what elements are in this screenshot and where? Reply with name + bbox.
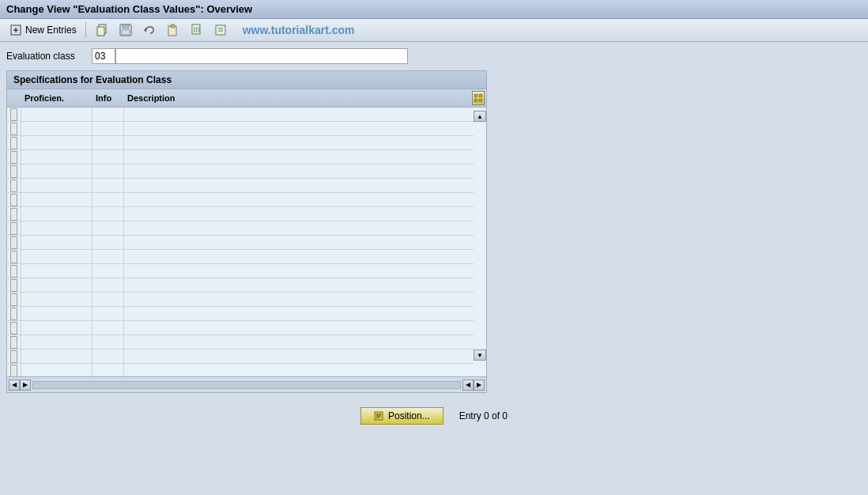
info-cell: [92, 278, 124, 292]
info-cell: [92, 364, 124, 376]
description-cell: [124, 221, 474, 235]
proficiency-cell: [21, 108, 92, 121]
hscroll-end-left-button[interactable]: ◀: [462, 380, 474, 391]
evaluation-class-input-group: [92, 48, 408, 64]
table-row[interactable]: [7, 350, 474, 364]
evaluation-class-description-input[interactable]: [115, 48, 408, 64]
description-cell: [124, 335, 474, 349]
copy-button[interactable]: [92, 22, 111, 38]
table-row[interactable]: [7, 335, 474, 350]
row-selector[interactable]: [10, 137, 17, 149]
row-selector[interactable]: [10, 251, 17, 263]
row-selector[interactable]: [10, 365, 17, 377]
table-row[interactable]: [7, 221, 474, 236]
info-cell: [92, 307, 124, 320]
description-cell: [124, 193, 474, 206]
watermark: www.tutorialkart.com: [243, 24, 355, 36]
proficiency-cell: [21, 193, 92, 206]
row-selector[interactable]: [10, 123, 17, 135]
table-row[interactable]: [7, 207, 474, 221]
proficiency-cell: [21, 150, 92, 164]
row-selector-cell: [7, 179, 21, 192]
svg-rect-4: [97, 27, 104, 36]
svg-rect-10: [171, 25, 175, 28]
info-cell: [92, 193, 124, 206]
table-row[interactable]: [7, 321, 474, 335]
row-selector-cell: [7, 221, 21, 235]
table-row[interactable]: [7, 150, 474, 164]
table-row[interactable]: [7, 278, 474, 293]
row-selector-cell: [7, 278, 21, 292]
proficiency-cell: [21, 221, 92, 235]
undo-icon: [142, 23, 157, 37]
row-selector[interactable]: [10, 279, 17, 292]
row-selector-cell: [7, 307, 21, 320]
table-row[interactable]: [7, 293, 474, 307]
row-selector[interactable]: [10, 350, 17, 363]
proficiency-cell: [21, 207, 92, 221]
paste-icon: [166, 23, 180, 37]
delete-button[interactable]: [187, 22, 206, 38]
description-cell: [124, 250, 474, 263]
extra-icon: [213, 23, 228, 37]
description-cell: [124, 236, 474, 249]
paste-button[interactable]: [164, 22, 183, 38]
row-selector[interactable]: [10, 308, 17, 320]
row-selector-cell: [7, 108, 21, 121]
position-button[interactable]: Position...: [360, 407, 443, 425]
table-row[interactable]: [7, 264, 474, 278]
row-selector[interactable]: [10, 336, 17, 349]
row-selector-cell: [7, 335, 21, 349]
table-row[interactable]: [7, 236, 474, 250]
toolbar-separator-1: [85, 22, 86, 38]
scroll-down-button[interactable]: ▼: [474, 350, 486, 361]
table-row[interactable]: [7, 108, 474, 122]
table-row[interactable]: [7, 307, 474, 321]
delete-icon: [190, 23, 204, 37]
description-cell: [124, 278, 474, 292]
description-cell: [124, 150, 474, 164]
description-cell: [124, 293, 474, 306]
info-cell: [92, 335, 124, 349]
table-settings-icon[interactable]: [472, 91, 485, 105]
evaluation-class-code-input[interactable]: [92, 48, 115, 64]
new-entries-label: New Entries: [25, 25, 77, 36]
svg-rect-21: [479, 99, 482, 102]
row-selector[interactable]: [10, 165, 17, 178]
info-cell: [92, 236, 124, 249]
table-row[interactable]: [7, 179, 474, 193]
row-selector[interactable]: [10, 293, 17, 306]
row-selector[interactable]: [10, 179, 17, 192]
undo-button[interactable]: [140, 22, 159, 38]
description-cell: [124, 179, 474, 192]
info-cell: [92, 108, 124, 121]
entry-count-text: Entry 0 of 0: [459, 410, 508, 421]
new-entries-button[interactable]: New Entries: [6, 22, 79, 38]
scroll-up-button[interactable]: ▲: [474, 111, 486, 122]
row-selector[interactable]: [10, 194, 17, 206]
svg-rect-19: [479, 94, 482, 97]
row-selector[interactable]: [10, 222, 17, 235]
hscroll-end-right-button[interactable]: ▶: [474, 380, 485, 391]
table-row[interactable]: [7, 193, 474, 207]
row-selector-cell: [7, 136, 21, 149]
row-selector[interactable]: [10, 151, 17, 164]
table-row[interactable]: [7, 122, 474, 136]
info-cell: [92, 150, 124, 164]
hscroll-left-button[interactable]: ◀: [9, 380, 20, 391]
row-selector[interactable]: [10, 322, 17, 334]
row-selector[interactable]: [10, 265, 17, 278]
row-selector[interactable]: [10, 208, 17, 221]
row-selector[interactable]: [10, 236, 17, 249]
proficiency-cell: [21, 179, 92, 192]
proficiency-cell: [21, 293, 92, 306]
hscroll-right-button[interactable]: ▶: [20, 380, 31, 391]
table-row[interactable]: [7, 136, 474, 150]
row-selector[interactable]: [10, 108, 17, 121]
table-row[interactable]: [7, 364, 474, 376]
toolbar: New Entries: [0, 19, 868, 42]
save-button[interactable]: [116, 22, 135, 38]
extra-button[interactable]: [211, 22, 230, 38]
table-row[interactable]: [7, 164, 474, 179]
table-row[interactable]: [7, 250, 474, 264]
